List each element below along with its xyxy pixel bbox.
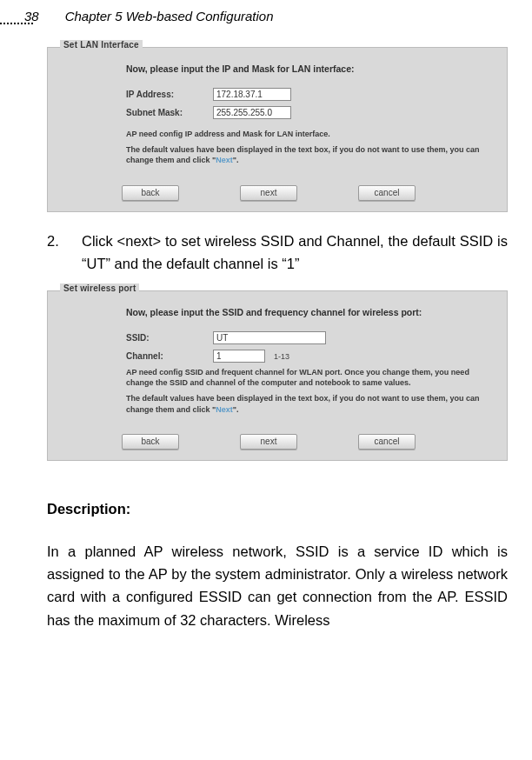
instruction-text: Now, please input the SSID and frequency… xyxy=(126,307,496,319)
hint-text: The default values have been displayed i… xyxy=(126,393,496,414)
channel-input[interactable]: 1 xyxy=(213,350,265,363)
next-link-text: Next xyxy=(216,405,233,414)
chapter-title: Chapter 5 Web-based Configuration xyxy=(65,9,274,23)
button-row: back next cancel xyxy=(58,185,496,201)
ip-address-input[interactable]: 172.18.37.1 xyxy=(213,88,291,101)
next-button[interactable]: next xyxy=(240,434,297,450)
channel-range: 1-13 xyxy=(274,352,289,361)
field-row-ssid: SSID: UT xyxy=(126,331,496,344)
panel-legend: Set wireless port xyxy=(60,283,139,293)
cancel-button[interactable]: cancel xyxy=(358,185,416,201)
description-paragraph: In a planned AP wireless network, SSID i… xyxy=(47,540,508,632)
ssid-label: SSID: xyxy=(126,333,213,343)
subnet-mask-input[interactable]: 255.255.255.0 xyxy=(213,106,291,119)
config-note: AP need config SSID and frequent channel… xyxy=(126,368,496,388)
panel-set-lan-interface: Set LAN Interface Now, please input the … xyxy=(47,47,508,212)
subnet-mask-label: Subnet Mask: xyxy=(126,108,213,117)
next-link-text: Next xyxy=(216,156,233,164)
ip-label: IP Address: xyxy=(126,90,213,99)
decoration-dots xyxy=(0,23,40,30)
channel-label: Channel: xyxy=(126,351,213,361)
description-heading: Description: xyxy=(47,501,508,517)
panel-legend: Set LAN Interface xyxy=(60,40,143,50)
field-row-channel: Channel: 1 1-13 xyxy=(126,350,496,363)
button-row: back next cancel xyxy=(58,434,496,450)
config-note: AP need config IP address and Mask for L… xyxy=(126,130,496,140)
page-header: 38 Chapter 5 Web-based Configuration xyxy=(0,0,532,26)
cancel-button[interactable]: cancel xyxy=(358,434,416,450)
panel-set-wireless-port: Set wireless port Now, please input the … xyxy=(47,290,508,460)
page-number: 38 xyxy=(24,9,39,23)
field-row-mask: Subnet Mask: 255.255.255.0 xyxy=(126,106,496,119)
back-button[interactable]: back xyxy=(122,185,179,201)
instruction-text: Now, please input the IP and Mask for LA… xyxy=(126,63,496,76)
step-body: Click <next> to set wireless SSID and Ch… xyxy=(82,230,508,276)
ssid-input[interactable]: UT xyxy=(213,331,326,344)
field-row-ip: IP Address: 172.18.37.1 xyxy=(126,88,496,101)
next-button[interactable]: next xyxy=(240,185,297,201)
hint-text: The default values have been displayed i… xyxy=(126,144,496,165)
step-2-text: 2. Click <next> to set wireless SSID and… xyxy=(47,230,508,276)
step-number: 2. xyxy=(47,230,82,276)
back-button[interactable]: back xyxy=(122,434,179,450)
